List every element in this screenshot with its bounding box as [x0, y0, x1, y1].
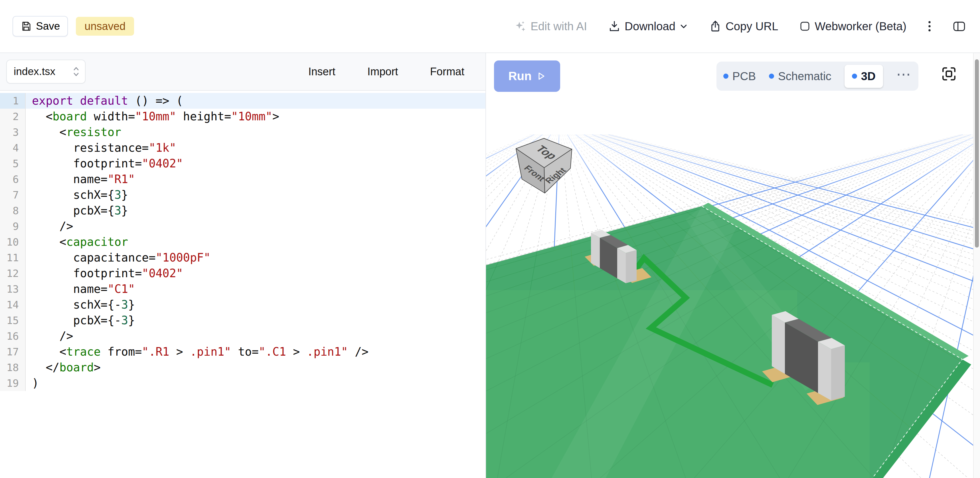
code-line[interactable]: 12 footprint="0402": [0, 265, 485, 281]
code-line[interactable]: 3 <resistor: [0, 124, 485, 140]
editor-header: index.tsx Insert Import Format: [0, 53, 485, 91]
code-line[interactable]: 15 pcbX={-3}: [0, 313, 485, 328]
view-tabs: PCB Schematic 3D ⋯: [716, 62, 918, 91]
code-line[interactable]: 17 <trace from=".R1 > .pin1" to=".C1 > .…: [0, 344, 485, 360]
file-selector[interactable]: index.tsx: [6, 60, 86, 84]
line-number: 12: [0, 265, 25, 281]
code-rows[interactable]: 1export default () => (2 <board width="1…: [0, 91, 485, 391]
tab-3d[interactable]: 3D: [845, 65, 883, 88]
panel-toggle-button[interactable]: [953, 20, 966, 33]
code-line[interactable]: 11 capacitance="1000pF": [0, 250, 485, 265]
chevrons-up-down-icon: [72, 65, 80, 78]
play-icon: [536, 71, 546, 81]
line-number: 14: [0, 297, 25, 313]
sidebar-toggle-icon: [953, 20, 966, 33]
line-number: 9: [0, 218, 25, 234]
app-window: Save unsaved Edit with AI: [0, 0, 980, 478]
page-scrollbar[interactable]: [973, 53, 980, 478]
code-line[interactable]: 18 </board>: [0, 360, 485, 375]
insert-button[interactable]: Insert: [308, 65, 336, 78]
chevron-down-icon: [679, 22, 688, 30]
line-number: 13: [0, 281, 25, 297]
line-number: 19: [0, 375, 25, 391]
code-line[interactable]: 13 name="C1": [0, 281, 485, 297]
tab-schematic-label: Schematic: [778, 70, 831, 83]
run-label: Run: [508, 69, 531, 83]
tab-pcb[interactable]: PCB: [723, 70, 756, 83]
share-icon: [709, 20, 722, 33]
floppy-disk-icon: [21, 21, 32, 32]
line-number: 16: [0, 328, 25, 344]
editor-pane: index.tsx Insert Import Format 1export d…: [0, 53, 485, 478]
sparkles-icon: [514, 20, 527, 33]
line-number: 6: [0, 172, 25, 187]
save-button[interactable]: Save: [13, 16, 68, 37]
copy-url-label: Copy URL: [725, 20, 778, 33]
checkbox-icon[interactable]: [799, 21, 811, 32]
edit-with-ai-label: Edit with AI: [530, 20, 587, 33]
code-line[interactable]: 2 <board width="10mm" height="10mm">: [0, 109, 485, 124]
import-button[interactable]: Import: [368, 65, 398, 78]
overflow-menu-button[interactable]: [928, 20, 932, 33]
code-line[interactable]: 5 footprint="0402": [0, 156, 485, 172]
line-number: 5: [0, 156, 25, 172]
tab-dot-icon: [852, 74, 857, 79]
save-label: Save: [36, 20, 60, 32]
tab-3d-label: 3D: [861, 70, 876, 83]
code-line[interactable]: 14 schX={-3}: [0, 297, 485, 313]
line-number: 11: [0, 250, 25, 265]
fullscreen-button[interactable]: [941, 65, 957, 82]
code-line[interactable]: 1export default () => (: [0, 93, 485, 109]
top-toolbar: Save unsaved Edit with AI: [0, 0, 980, 53]
run-button[interactable]: Run: [494, 60, 560, 92]
edit-with-ai-button[interactable]: Edit with AI: [514, 20, 587, 33]
line-number: 8: [0, 203, 25, 218]
webworker-label: Webworker (Beta): [815, 20, 907, 33]
code-line[interactable]: 4 resistance="1k": [0, 140, 485, 156]
line-number: 3: [0, 124, 25, 140]
copy-url-button[interactable]: Copy URL: [709, 20, 778, 33]
download-label: Download: [625, 20, 675, 33]
code-line[interactable]: 10 <capacitor: [0, 234, 485, 250]
webworker-toggle[interactable]: Webworker (Beta): [799, 20, 907, 33]
code-line[interactable]: 8 pcbX={3}: [0, 203, 485, 218]
line-number: 17: [0, 344, 25, 360]
line-number: 4: [0, 140, 25, 156]
line-number: 10: [0, 234, 25, 250]
code-line[interactable]: 9 />: [0, 218, 485, 234]
line-number: 7: [0, 187, 25, 203]
viewer-toolbar: Run PCB Schematic 3D: [486, 53, 973, 97]
download-icon: [608, 20, 620, 33]
line-number: 15: [0, 313, 25, 328]
download-button[interactable]: Download: [608, 20, 688, 33]
line-number: 2: [0, 109, 25, 124]
line-number: 18: [0, 360, 25, 375]
tab-schematic[interactable]: Schematic: [769, 70, 831, 83]
tabs-more-button[interactable]: ⋯: [896, 74, 912, 78]
scrollbar-thumb[interactable]: [975, 59, 979, 248]
code-line[interactable]: 19): [0, 375, 485, 391]
kebab-menu-icon: [928, 20, 932, 33]
viewer-pane: Run PCB Schematic 3D: [486, 53, 973, 478]
tab-dot-icon: [769, 74, 774, 79]
format-button[interactable]: Format: [430, 65, 465, 78]
line-number: 1: [0, 93, 25, 109]
file-name: index.tsx: [14, 65, 55, 78]
code-line[interactable]: 7 schX={3}: [0, 187, 485, 203]
tab-dot-icon: [723, 74, 729, 79]
3d-viewport[interactable]: Top Front Right: [486, 97, 973, 478]
tab-pcb-label: PCB: [732, 70, 756, 83]
code-line[interactable]: 16 />: [0, 328, 485, 344]
status-badge: unsaved: [76, 17, 134, 36]
code-line[interactable]: 6 name="R1": [0, 172, 485, 187]
